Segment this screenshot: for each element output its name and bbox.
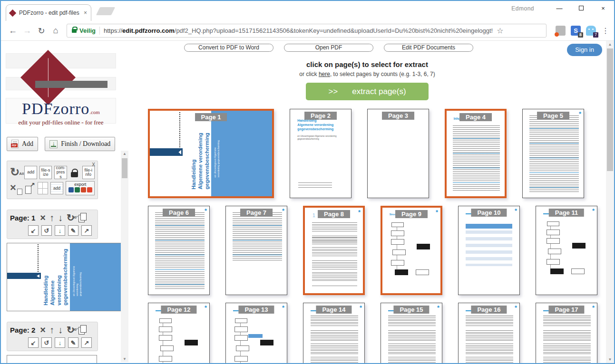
home-icon[interactable]: ⌂ [49,26,63,36]
finish-download-button[interactable]: Finish / Download [45,137,115,151]
file-info-button[interactable]: file-info [82,166,95,179]
url-text[interactable]: https://edit.pdfzorro.com/pdf2_HQ.php?up… [104,27,493,34]
excel-export-icon[interactable] [75,187,80,192]
page-thumbnail[interactable]: Page 7 * [225,206,287,295]
lock-icon[interactable] [69,166,80,179]
bookmark-star-icon[interactable]: ☆ [497,26,503,35]
scroll-down-icon[interactable]: ▼ [606,357,614,362]
sidebar-thumbnail-page-2[interactable] [7,355,97,363]
layout-grid-icon[interactable] [38,182,48,194]
reload-icon[interactable]: ↻ [34,26,49,36]
move-down-icon[interactable]: ↓ [58,212,63,223]
new-tab-button[interactable] [96,7,115,15]
rotate-left-page-icon[interactable]: ↺ [41,225,52,236]
office-extension-icon[interactable] [556,26,566,36]
page-thumbnail[interactable]: Page 1 Handleiding Algemene verordening … [148,109,274,198]
nav-convert-to-word[interactable]: Convert to PDF to Word [184,44,273,52]
file-size-button[interactable]: file-size [39,166,52,179]
sign-in-button[interactable]: Sign in [567,44,602,56]
tab-close-icon[interactable]: × [84,10,87,16]
html-export-icon[interactable] [87,187,92,192]
add-page-button[interactable]: add [24,166,37,179]
page-thumbnail[interactable]: Page 17 * [536,303,597,363]
download-page-icon[interactable]: ↓ [55,225,65,236]
page-label: Page 14 [316,306,351,314]
duplicate-page-icon[interactable] [78,213,87,222]
page-thumbnail[interactable]: Page 11 * [536,206,597,295]
page-thumbnail[interactable]: Page 16 * [458,303,520,363]
s-extension-icon[interactable]: S8 [571,26,581,36]
here-link[interactable]: here [319,71,330,77]
page-thumbnail[interactable]: Page 14 * [303,303,365,363]
address-bar[interactable]: Veilig https://edit.pdfzorro.com/pdf2_HQ… [67,24,547,38]
page-thumbnail[interactable]: Page 4 Inhoudsopgave [445,109,507,198]
page-thumbnail[interactable]: Page 8 * 1 Inleiding [303,206,365,295]
page-thumbnail[interactable]: Page 15 * [381,303,442,363]
move-up-icon[interactable]: ↑ [49,212,54,223]
page-thumbnail[interactable]: Page 2 Handleiding Algemene verordening … [290,109,351,198]
duplicate-page-icon[interactable] [78,325,87,335]
ghostery-extension-icon[interactable]: 7 [586,26,596,36]
page-preview [226,206,287,295]
scroll-down-icon[interactable]: ▼ [121,357,128,361]
browser-tab[interactable]: PDFzorro - edit pdf-files × [6,4,91,21]
extract-pages-icon[interactable] [24,182,35,194]
delete-page-icon[interactable]: × [40,325,46,335]
sidebar-thumbnail-page-1[interactable]: Handleiding Algemene verordening gegeven… [7,243,121,311]
security-label[interactable]: Veilig [79,27,96,34]
delete-pages-icon[interactable]: × [10,182,21,194]
download-page-icon[interactable]: ↓ [55,337,65,348]
extract-pages-button[interactable]: >> extract page(s) [306,83,429,100]
move-page-icon[interactable]: ↗ [81,337,92,348]
edit-page-icon[interactable]: ✎ [68,337,78,348]
rotate-page-icon[interactable]: ↻90° [67,212,75,223]
page-thumbnail[interactable]: Page 13 * [225,303,287,363]
page-label: Page 17 [548,306,584,314]
compress-button[interactable]: com-press [54,166,67,179]
page-thumbnail[interactable]: Page 12 * [148,303,210,363]
scroll-up-icon[interactable]: ▲ [121,152,128,156]
scrollbar-thumb[interactable] [607,48,613,171]
edit-page-icon[interactable]: ✎ [68,225,78,236]
add-pdf-button[interactable]: PDF Add [7,137,38,151]
chrome-menu-icon[interactable]: ⋮ [602,26,609,35]
back-icon[interactable]: ← [6,26,20,36]
nav-edit-pdf-documents[interactable]: Edit PDF Documents [384,44,473,52]
move-up-icon[interactable]: ↑ [49,325,54,335]
secure-lock-icon[interactable] [72,29,77,33]
page-thumbnail[interactable]: Page 10 * [458,206,520,295]
page-title: click on page(s) to select for extract [128,60,606,68]
rotate-page-icon[interactable]: ↻90° [67,325,75,335]
nav-open-pdf[interactable]: Open PDF [284,44,373,52]
scroll-up-icon[interactable]: ▲ [606,42,614,47]
maximize-button[interactable] [570,1,592,15]
add-blank-page-button[interactable]: add [50,182,64,194]
page-thumbnail[interactable]: Page 3 [367,109,429,198]
extract-page-icon[interactable]: ↙ [28,337,39,348]
powerpoint-export-icon[interactable] [81,187,86,192]
extract-page-icon[interactable]: ↙ [28,225,39,236]
chrome-profile-name: Edmond [511,5,534,12]
rotate-all-icon[interactable]: ↻All [10,166,22,179]
sidebar-scrollbar[interactable]: ▲ ▼ [121,151,128,362]
pdfzorro-logo[interactable]: PDFzorro.com edit your pdf-files online … [6,52,116,125]
export-button[interactable]: export [66,181,95,195]
page-label: Page 6 [163,209,195,217]
move-down-icon[interactable]: ↓ [58,325,63,335]
delete-page-icon[interactable]: × [40,212,46,223]
scrollbar-thumb[interactable] [122,158,127,178]
minimize-button[interactable]: — [548,1,570,15]
rotate-left-page-icon[interactable]: ↺ [41,337,52,348]
tools-close-button[interactable]: X [92,162,95,167]
close-button[interactable]: × [592,1,614,15]
page-thumbnail[interactable]: Page 5 * [522,109,584,198]
word-export-icon[interactable] [68,187,74,192]
forward-icon[interactable]: → [20,26,34,36]
page-thumbnail[interactable]: Page 9 * Stroomdiagrammen en checklists [381,206,442,295]
page-subheading: en Uitvoeringswet Algemene verordening g… [297,135,341,141]
page-thumbnail[interactable]: Page 6 * [148,206,210,295]
move-page-icon[interactable]: ↗ [81,225,92,236]
page-content-sketch [150,148,183,156]
page-2-label: Page: 2 [10,326,35,334]
main-scrollbar[interactable]: ▲ ▼ [606,41,614,363]
